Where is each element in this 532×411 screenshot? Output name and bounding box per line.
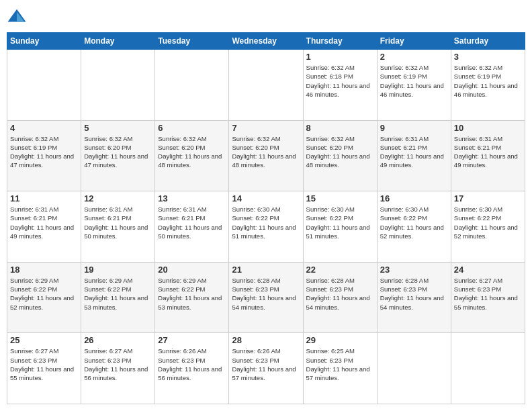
day-cell: 20Sunrise: 6:29 AMSunset: 6:22 PMDayligh… bbox=[155, 262, 229, 333]
day-info: Sunrise: 6:32 AMSunset: 6:20 PMDaylight:… bbox=[158, 134, 226, 170]
day-cell bbox=[7, 50, 81, 121]
day-info: Sunrise: 6:31 AMSunset: 6:21 PMDaylight:… bbox=[380, 134, 448, 170]
day-cell: 19Sunrise: 6:29 AMSunset: 6:22 PMDayligh… bbox=[81, 262, 155, 333]
day-cell: 3Sunrise: 6:32 AMSunset: 6:19 PMDaylight… bbox=[451, 50, 525, 121]
calendar-table: SundayMondayTuesdayWednesdayThursdayFrid… bbox=[7, 32, 525, 404]
day-info: Sunrise: 6:25 AMSunset: 6:23 PMDaylight:… bbox=[306, 347, 374, 382]
day-info: Sunrise: 6:27 AMSunset: 6:23 PMDaylight:… bbox=[454, 276, 522, 312]
logo bbox=[7, 7, 30, 27]
day-cell bbox=[229, 50, 303, 121]
day-info: Sunrise: 6:32 AMSunset: 6:20 PMDaylight:… bbox=[84, 134, 152, 170]
day-info: Sunrise: 6:29 AMSunset: 6:22 PMDaylight:… bbox=[158, 276, 226, 312]
day-number: 12 bbox=[84, 193, 152, 203]
day-cell: 2Sunrise: 6:32 AMSunset: 6:19 PMDaylight… bbox=[377, 50, 451, 121]
day-cell: 27Sunrise: 6:26 AMSunset: 6:23 PMDayligh… bbox=[155, 333, 229, 404]
day-cell: 22Sunrise: 6:28 AMSunset: 6:23 PMDayligh… bbox=[303, 262, 377, 333]
day-cell: 24Sunrise: 6:27 AMSunset: 6:23 PMDayligh… bbox=[451, 262, 525, 333]
week-row-4: 25Sunrise: 6:27 AMSunset: 6:23 PMDayligh… bbox=[7, 333, 525, 404]
day-number: 5 bbox=[84, 123, 152, 133]
day-number: 7 bbox=[232, 123, 300, 133]
day-info: Sunrise: 6:31 AMSunset: 6:21 PMDaylight:… bbox=[84, 205, 152, 240]
day-number: 9 bbox=[380, 123, 448, 133]
day-cell: 28Sunrise: 6:26 AMSunset: 6:23 PMDayligh… bbox=[229, 333, 303, 404]
day-cell: 26Sunrise: 6:27 AMSunset: 6:23 PMDayligh… bbox=[81, 333, 155, 404]
header-row: SundayMondayTuesdayWednesdayThursdayFrid… bbox=[7, 33, 525, 50]
day-info: Sunrise: 6:26 AMSunset: 6:23 PMDaylight:… bbox=[232, 347, 300, 382]
day-number: 10 bbox=[454, 123, 522, 133]
week-row-3: 18Sunrise: 6:29 AMSunset: 6:22 PMDayligh… bbox=[7, 262, 525, 333]
day-cell: 23Sunrise: 6:28 AMSunset: 6:23 PMDayligh… bbox=[377, 262, 451, 333]
week-row-0: 1Sunrise: 6:32 AMSunset: 6:18 PMDaylight… bbox=[7, 50, 525, 121]
day-info: Sunrise: 6:27 AMSunset: 6:23 PMDaylight:… bbox=[84, 347, 152, 382]
header-day-sunday: Sunday bbox=[7, 33, 81, 50]
day-info: Sunrise: 6:32 AMSunset: 6:18 PMDaylight:… bbox=[306, 63, 374, 99]
header-day-thursday: Thursday bbox=[303, 33, 377, 50]
day-cell: 10Sunrise: 6:31 AMSunset: 6:21 PMDayligh… bbox=[451, 120, 525, 191]
week-row-2: 11Sunrise: 6:31 AMSunset: 6:21 PMDayligh… bbox=[7, 191, 525, 263]
day-info: Sunrise: 6:28 AMSunset: 6:23 PMDaylight:… bbox=[306, 276, 374, 312]
day-cell: 14Sunrise: 6:30 AMSunset: 6:22 PMDayligh… bbox=[229, 191, 303, 263]
day-number: 1 bbox=[306, 52, 374, 62]
header-day-wednesday: Wednesday bbox=[229, 33, 303, 50]
day-cell bbox=[377, 333, 451, 404]
day-number: 6 bbox=[158, 123, 226, 133]
day-cell: 6Sunrise: 6:32 AMSunset: 6:20 PMDaylight… bbox=[155, 120, 229, 191]
day-cell: 8Sunrise: 6:32 AMSunset: 6:20 PMDaylight… bbox=[303, 120, 377, 191]
header-day-tuesday: Tuesday bbox=[155, 33, 229, 50]
day-cell: 29Sunrise: 6:25 AMSunset: 6:23 PMDayligh… bbox=[303, 333, 377, 404]
day-cell: 17Sunrise: 6:30 AMSunset: 6:22 PMDayligh… bbox=[451, 191, 525, 263]
day-info: Sunrise: 6:26 AMSunset: 6:23 PMDaylight:… bbox=[158, 347, 226, 382]
day-cell: 16Sunrise: 6:30 AMSunset: 6:22 PMDayligh… bbox=[377, 191, 451, 263]
day-number: 14 bbox=[232, 193, 300, 203]
day-cell: 1Sunrise: 6:32 AMSunset: 6:18 PMDaylight… bbox=[303, 50, 377, 121]
day-info: Sunrise: 6:32 AMSunset: 6:20 PMDaylight:… bbox=[306, 134, 374, 170]
day-cell bbox=[451, 333, 525, 404]
day-number: 2 bbox=[380, 52, 448, 62]
day-number: 25 bbox=[10, 335, 78, 345]
day-cell: 12Sunrise: 6:31 AMSunset: 6:21 PMDayligh… bbox=[81, 191, 155, 263]
day-number: 3 bbox=[454, 52, 522, 62]
day-info: Sunrise: 6:31 AMSunset: 6:21 PMDaylight:… bbox=[10, 205, 78, 240]
day-info: Sunrise: 6:32 AMSunset: 6:20 PMDaylight:… bbox=[232, 134, 300, 170]
header-day-saturday: Saturday bbox=[451, 33, 525, 50]
day-number: 17 bbox=[454, 193, 522, 203]
day-info: Sunrise: 6:32 AMSunset: 6:19 PMDaylight:… bbox=[380, 63, 448, 99]
header-day-monday: Monday bbox=[81, 33, 155, 50]
day-info: Sunrise: 6:31 AMSunset: 6:21 PMDaylight:… bbox=[454, 134, 522, 170]
day-cell bbox=[81, 50, 155, 121]
day-info: Sunrise: 6:30 AMSunset: 6:22 PMDaylight:… bbox=[232, 205, 300, 240]
day-info: Sunrise: 6:30 AMSunset: 6:22 PMDaylight:… bbox=[306, 205, 374, 240]
day-number: 26 bbox=[84, 335, 152, 345]
day-number: 21 bbox=[232, 265, 300, 275]
day-info: Sunrise: 6:28 AMSunset: 6:23 PMDaylight:… bbox=[232, 276, 300, 312]
day-cell: 9Sunrise: 6:31 AMSunset: 6:21 PMDaylight… bbox=[377, 120, 451, 191]
day-cell: 5Sunrise: 6:32 AMSunset: 6:20 PMDaylight… bbox=[81, 120, 155, 191]
page: SundayMondayTuesdayWednesdayThursdayFrid… bbox=[0, 0, 532, 411]
day-number: 19 bbox=[84, 265, 152, 275]
day-info: Sunrise: 6:32 AMSunset: 6:19 PMDaylight:… bbox=[454, 63, 522, 99]
svg-marker-1 bbox=[17, 12, 24, 22]
day-number: 18 bbox=[10, 265, 78, 275]
day-number: 22 bbox=[306, 265, 374, 275]
day-cell bbox=[155, 50, 229, 121]
day-info: Sunrise: 6:29 AMSunset: 6:22 PMDaylight:… bbox=[84, 276, 152, 312]
day-info: Sunrise: 6:30 AMSunset: 6:22 PMDaylight:… bbox=[380, 205, 448, 240]
calendar-header: SundayMondayTuesdayWednesdayThursdayFrid… bbox=[7, 33, 525, 50]
day-number: 13 bbox=[158, 193, 226, 203]
day-number: 20 bbox=[158, 265, 226, 275]
header-day-friday: Friday bbox=[377, 33, 451, 50]
day-info: Sunrise: 6:28 AMSunset: 6:23 PMDaylight:… bbox=[380, 276, 448, 312]
day-number: 16 bbox=[380, 193, 448, 203]
day-number: 29 bbox=[306, 335, 374, 345]
day-info: Sunrise: 6:31 AMSunset: 6:21 PMDaylight:… bbox=[158, 205, 226, 240]
day-number: 11 bbox=[10, 193, 78, 203]
day-cell: 15Sunrise: 6:30 AMSunset: 6:22 PMDayligh… bbox=[303, 191, 377, 263]
day-cell: 7Sunrise: 6:32 AMSunset: 6:20 PMDaylight… bbox=[229, 120, 303, 191]
day-cell: 4Sunrise: 6:32 AMSunset: 6:19 PMDaylight… bbox=[7, 120, 81, 191]
day-cell: 21Sunrise: 6:28 AMSunset: 6:23 PMDayligh… bbox=[229, 262, 303, 333]
day-cell: 18Sunrise: 6:29 AMSunset: 6:22 PMDayligh… bbox=[7, 262, 81, 333]
calendar-body: 1Sunrise: 6:32 AMSunset: 6:18 PMDaylight… bbox=[7, 50, 525, 404]
day-info: Sunrise: 6:32 AMSunset: 6:19 PMDaylight:… bbox=[10, 134, 78, 170]
day-number: 27 bbox=[158, 335, 226, 345]
day-number: 4 bbox=[10, 123, 78, 133]
